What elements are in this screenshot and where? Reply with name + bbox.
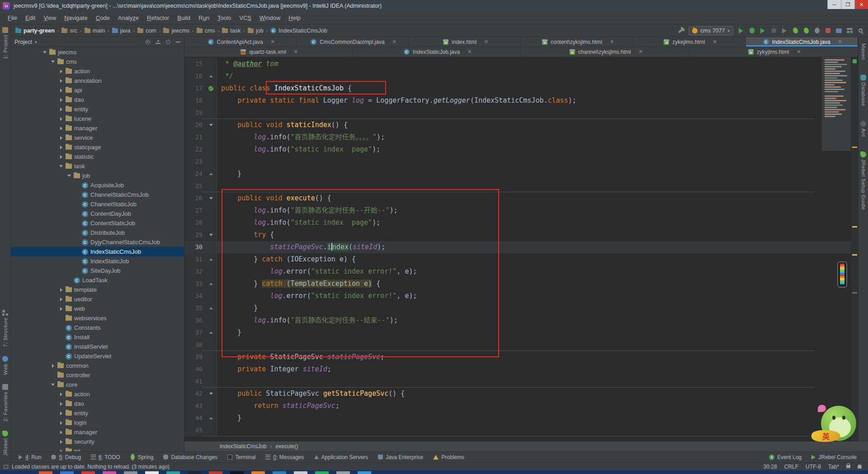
collapse-arrow-icon[interactable] [67,175,71,177]
close-icon[interactable]: ✕ [294,49,298,55]
jrebel-debug-button[interactable] [803,28,809,34]
taskbar-app-icon[interactable] [81,471,95,474]
tree-item-dao[interactable]: dao [11,95,184,104]
run-configuration-select[interactable]: cms 7077▾ [689,26,733,35]
expand-arrow-icon[interactable] [59,431,63,434]
end-marker-icon[interactable] [205,253,217,265]
breadcrumb-item-party-green[interactable]: party-green [14,28,56,34]
taskbar-app-icon[interactable] [273,471,286,474]
code-line-23[interactable]: 23 [184,156,851,168]
taskbar-app-icon[interactable] [315,471,329,474]
debug-button[interactable] [749,28,755,34]
down-marker-icon[interactable] [205,388,217,400]
expand-arrow-icon[interactable] [59,146,63,149]
code-line-20[interactable]: 20 public void staticIndex() { [184,119,851,131]
tool-button-Ant[interactable]: Ant [860,118,866,137]
jrebel-inactive-button[interactable] [814,28,820,34]
collapse-arrow-icon[interactable] [51,61,55,63]
tab-ContentApiAct.java[interactable]: CContentApiAct.java✕ [184,37,297,47]
taskbar-app-icon[interactable] [209,471,222,474]
tree-item-entity[interactable]: entity [11,408,184,418]
breadcrumb-item-cms[interactable]: cms [196,28,216,34]
tab-zykejlms.html[interactable]: Hzykejlms.html✕ [633,37,745,47]
tree-item-staticpage[interactable]: staticpage [11,142,184,152]
code-editor[interactable]: 15 * @author tom16 */17public class Inde… [184,57,851,441]
tree-item-webservices[interactable]: webservices [11,313,184,323]
taskbar-app-icon[interactable] [39,471,52,474]
tree-item-dao[interactable]: dao [11,399,184,408]
tool-window-button-0: Messages[interactable]: 0: Messages [260,452,309,462]
code-line-21[interactable]: 21 log.info("首页静态化定时任务。。。。"); [184,131,851,143]
tree-item-template[interactable]: template [11,285,184,294]
breadcrumb-item-IndexStaticCmsJob[interactable]: CIndexStaticCmsJob [269,28,328,34]
end-marker-icon[interactable] [205,302,217,314]
code-line-15[interactable]: 15 * @author tom [184,58,851,70]
expand-arrow-icon[interactable] [59,298,63,301]
code-line-44[interactable]: 44 } [184,412,851,424]
bean-marker-icon[interactable] [205,82,217,95]
tool-window-button-JRebel Console[interactable]: JRebel Console [807,454,862,460]
code-line-19[interactable]: 19 [184,107,851,119]
tree-item-core[interactable]: core [11,380,184,389]
tree-item-InstallServlet[interactable]: CInstallServlet [11,342,184,351]
menu-edit[interactable]: Edit [21,13,39,23]
tool-button-1: Project[interactable]: 1: Project [2,24,8,59]
taskbar-app-icon[interactable] [145,471,159,474]
menu-navigate[interactable]: Navigate [60,13,91,23]
code-line-43[interactable]: 43 return staticPageSvc; [184,400,851,412]
taskbar-app-icon[interactable] [60,471,74,474]
tree-item-SiteDayJob[interactable]: CSiteDayJob [11,266,184,275]
menu-analyze[interactable]: Analyze [114,13,143,23]
close-icon[interactable]: ✕ [467,49,472,55]
tool-window-button-4: Run[interactable]: 4: Run [14,452,46,462]
menu-window[interactable]: Window [255,13,284,23]
expand-arrow-icon[interactable] [59,98,63,102]
tab-channel\zyksjlms.html[interactable]: Hchannel\zyksjlms.html✕ [521,47,690,57]
tree-item-UpdateServlet[interactable]: CUpdateServlet [11,351,184,361]
close-icon[interactable]: ✕ [392,39,396,45]
tree-item-manager[interactable]: manager [11,123,184,133]
code-line-24[interactable]: 24 } [184,168,851,180]
expand-arrow-icon[interactable] [59,136,63,140]
editor-scrollbar-stripe[interactable] [851,57,858,441]
code-line-16[interactable]: 16 */ [184,70,851,82]
end-marker-icon[interactable] [205,327,217,339]
expand-arrow-icon[interactable] [59,307,63,311]
tool-button-JRebel Setup Guide[interactable]: JRebel Setup Guide [860,149,866,210]
close-icon[interactable]: ✕ [484,39,488,45]
tool-window-button-Application Servers[interactable]: Application Servers [309,452,373,462]
expand-arrow-icon[interactable] [59,127,63,130]
tree-item-DistributeJob[interactable]: CDistributeJob [11,228,184,237]
down-marker-icon[interactable] [205,229,217,241]
tool-window-button-Problems[interactable]: Problems [428,452,469,462]
tree-item-web[interactable]: web [11,304,184,313]
expand-arrow-icon[interactable] [59,89,63,92]
menu-view[interactable]: View [39,13,60,23]
expand-arrow-icon[interactable] [59,288,63,292]
collapse-arrow-icon[interactable] [42,51,47,53]
tree-item-entity[interactable]: entity [11,104,184,114]
tree-item-job[interactable]: job [11,171,184,180]
tab-quartz-task.xml[interactable]: quartz-task.xml✕ [184,47,353,57]
tab-content\zyksjlms.html[interactable]: Hcontent\zyksjlms.html✕ [521,37,633,47]
expand-arrow-icon[interactable] [59,440,63,444]
jrebel-run-button[interactable] [792,28,798,34]
tree-item-Constants[interactable]: CConstants [11,323,184,332]
end-marker-icon[interactable] [205,412,217,424]
project-panel-title[interactable]: Project [14,39,32,45]
breadcrumb-item-src[interactable]: src [61,28,78,34]
expand-arrow-icon[interactable] [59,421,63,425]
close-icon[interactable]: ✕ [271,39,275,45]
tab-IndexStaticCmsJob.java[interactable]: CIndexStaticCmsJob.java✕ [746,37,858,47]
minimize-button[interactable]: ─ [827,0,841,9]
tree-item-common[interactable]: common [11,361,184,370]
tree-item-service[interactable]: service [11,133,184,142]
search-everywhere-icon[interactable] [857,28,863,34]
file-encoding[interactable]: UTF-8 [806,464,821,470]
tree-item-IndexStaticCmsJob[interactable]: CIndexStaticCmsJob [11,247,184,256]
tree-item-tpl[interactable]: tpl [11,446,184,451]
breadcrumb-item-job[interactable]: job [247,28,264,34]
stop-button[interactable] [825,28,831,34]
tree-item-lucene[interactable]: lucene [11,114,184,123]
gear-icon[interactable] [166,40,170,44]
